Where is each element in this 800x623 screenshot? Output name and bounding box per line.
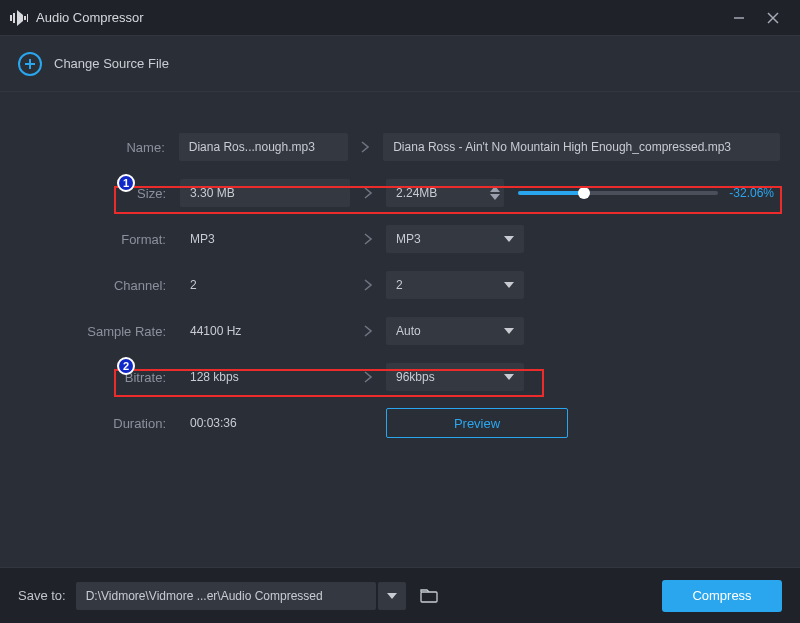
svg-marker-10 [490,194,500,200]
size-percent: -32.06% [718,186,774,200]
close-button[interactable] [756,4,790,32]
format-select-value: MP3 [396,232,421,246]
format-select[interactable]: MP3 [386,225,524,253]
titlebar: Audio Compressor [0,0,800,36]
row-samplerate: Sample Rate: 44100 Hz Auto [20,308,780,354]
bitrate-select-value: 96kbps [396,370,435,384]
samplerate-select[interactable]: Auto [386,317,524,345]
label-duration: Duration: [20,416,180,431]
svg-marker-11 [504,236,514,242]
svg-rect-1 [13,13,15,23]
main-panel: Name: Diana Ros...nough.mp3 Diana Ross -… [0,92,800,446]
row-size: Size: 3.30 MB 2.24MB -32.06% [20,170,780,216]
annotation-badge-2: 2 [117,357,135,375]
samplerate-source: 44100 Hz [180,324,350,338]
bitrate-select[interactable]: 96kbps [386,363,524,391]
svg-marker-13 [504,328,514,334]
spinner-down-icon[interactable] [490,194,500,200]
row-duration: Duration: 00:03:36 Preview [20,400,780,446]
add-icon[interactable] [18,52,42,76]
svg-marker-14 [504,374,514,380]
chevron-down-icon [504,236,514,242]
annotation-badge-1: 1 [117,174,135,192]
name-source: Diana Ros...nough.mp3 [179,133,348,161]
app-title: Audio Compressor [36,10,722,25]
chevron-down-icon [504,282,514,288]
open-folder-button[interactable] [414,582,444,610]
label-channel: Channel: [20,278,180,293]
channel-select-value: 2 [396,278,403,292]
compress-button[interactable]: Compress [662,580,782,612]
size-spinner[interactable] [490,186,500,200]
chevron-down-icon [504,374,514,380]
toolbar: Change Source File [0,36,800,92]
format-source: MP3 [180,232,350,246]
preview-button[interactable]: Preview [386,408,568,438]
row-format: Format: MP3 MP3 [20,216,780,262]
svg-marker-9 [490,186,500,192]
arrow-icon [350,278,386,292]
samplerate-select-value: Auto [396,324,421,338]
size-output[interactable]: 2.24MB [386,179,504,207]
slider-fill [518,191,584,195]
app-icon [10,10,28,26]
minimize-button[interactable] [722,4,756,32]
label-name: Name: [20,140,179,155]
label-format: Format: [20,232,180,247]
bitrate-source: 128 kbps [180,370,350,384]
name-output[interactable]: Diana Ross - Ain't No Mountain High Enou… [383,133,780,161]
channel-source: 2 [180,278,350,292]
channel-select[interactable]: 2 [386,271,524,299]
label-size: Size: [20,186,180,201]
chevron-down-icon [504,328,514,334]
slider-thumb[interactable] [578,187,590,199]
arrow-icon [350,232,386,246]
size-slider[interactable] [518,191,718,195]
arrow-icon [350,186,386,200]
arrow-icon [348,140,384,154]
size-source: 3.30 MB [180,179,350,207]
change-source-button[interactable]: Change Source File [54,56,169,71]
spinner-up-icon[interactable] [490,186,500,192]
svg-rect-16 [421,592,437,602]
svg-marker-15 [387,593,397,599]
row-channel: Channel: 2 2 [20,262,780,308]
svg-rect-2 [24,16,26,20]
size-output-value: 2.24MB [396,186,437,200]
svg-rect-3 [27,14,28,22]
label-bitrate: Bitrate: [20,370,180,385]
arrow-icon [350,370,386,384]
label-samplerate: Sample Rate: [20,324,180,339]
svg-rect-0 [10,15,12,21]
save-to-label: Save to: [18,588,66,603]
footer: Save to: D:\Vidmore\Vidmore ...er\Audio … [0,567,800,623]
arrow-icon [350,324,386,338]
save-path-dropdown[interactable] [378,582,406,610]
chevron-down-icon [387,593,397,599]
duration-source: 00:03:36 [180,416,350,430]
row-name: Name: Diana Ros...nough.mp3 Diana Ross -… [20,124,780,170]
save-path[interactable]: D:\Vidmore\Vidmore ...er\Audio Compresse… [76,582,376,610]
svg-marker-12 [504,282,514,288]
